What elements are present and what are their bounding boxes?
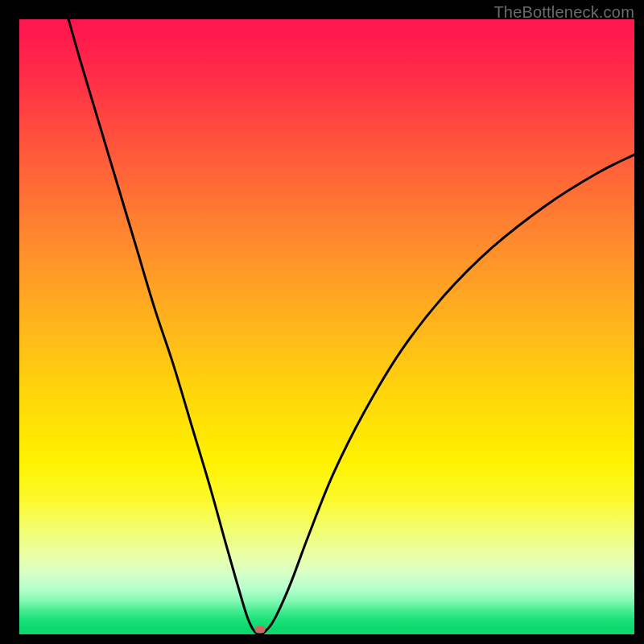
bottleneck-curve	[68, 19, 634, 634]
curve-svg	[19, 19, 634, 634]
chart-frame: TheBottleneck.com	[0, 0, 644, 644]
watermark-text: TheBottleneck.com	[493, 3, 634, 22]
min-marker	[255, 625, 266, 633]
plot-area	[19, 19, 634, 634]
